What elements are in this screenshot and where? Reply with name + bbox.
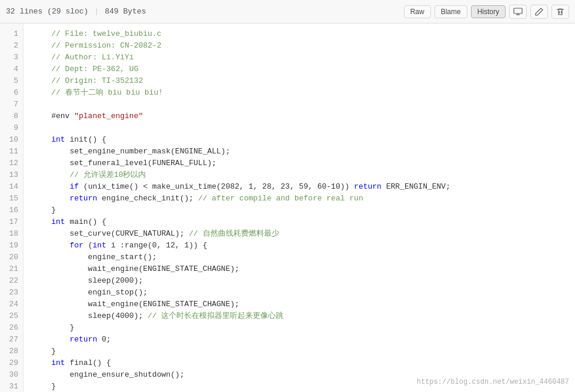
code-line: // Author: Li.YiYi (33, 52, 575, 63)
code-line: return engine_check_init(); // after com… (33, 193, 575, 205)
code-line: #env "planet_engine" (33, 110, 575, 122)
code-area: 1234567891011121314151617181920212223242… (0, 24, 575, 392)
line-number: 6 (0, 87, 23, 99)
edit-icon[interactable] (530, 5, 548, 19)
line-number: 28 (0, 346, 23, 357)
line-number: 8 (0, 110, 23, 122)
line-number: 25 (0, 310, 23, 322)
code-line: if (unix_time() < make_unix_time(2082, 1… (33, 181, 575, 193)
line-numbers: 1234567891011121314151617181920212223242… (0, 24, 24, 392)
code-line: // Dept: PE-362, UG (33, 63, 575, 75)
code-line: wait_engine(ENGINE_STATE_CHAGNE); (33, 299, 575, 310)
line-number: 17 (0, 216, 23, 228)
line-number: 19 (0, 240, 23, 252)
line-number: 21 (0, 263, 23, 275)
blame-button[interactable]: Blame (434, 5, 467, 18)
line-number: 20 (0, 252, 23, 263)
line-number: 29 (0, 357, 23, 369)
code-line: set_engine_number_mask(ENGINE_ALL); (33, 146, 575, 158)
code-line: return 0; (33, 334, 575, 346)
line-count: 32 lines (29 sloc) (6, 7, 88, 16)
line-number: 30 (0, 369, 23, 381)
code-line: set_curve(CURVE_NATURAL); // 自然曲线耗费燃料最少 (33, 228, 575, 240)
line-number: 26 (0, 322, 23, 334)
line-number: 4 (0, 63, 23, 75)
raw-button[interactable]: Raw (404, 5, 431, 18)
line-number: 18 (0, 228, 23, 240)
code-line: for (int i :range(0, 12, 1)) { (33, 240, 575, 252)
file-size: 849 Bytes (105, 7, 146, 16)
code-line: // 春节十二响 biu biu biu! (33, 87, 575, 99)
code-line: sleep(2000); (33, 275, 575, 287)
line-number: 24 (0, 299, 23, 310)
code-line (33, 99, 575, 110)
delete-icon[interactable] (551, 5, 569, 19)
separator: | (94, 7, 99, 16)
desktop-icon[interactable] (509, 5, 527, 19)
line-number: 7 (0, 99, 23, 110)
code-line: } (33, 205, 575, 216)
code-line: } (33, 322, 575, 334)
line-number: 11 (0, 146, 23, 158)
code-line: set_funeral_level(FUNERAL_FULL); (33, 158, 575, 169)
watermark: https://blog.csdn.net/weixin_4460487 (417, 378, 569, 386)
code-line: sleep(4000); // 这个时长在模拟器里听起来更像心跳 (33, 310, 575, 322)
code-line: // File: twelve_biubiu.c (33, 28, 575, 40)
line-number: 16 (0, 205, 23, 216)
svg-rect-0 (514, 8, 522, 14)
line-number: 12 (0, 158, 23, 169)
history-button[interactable]: History (471, 5, 506, 18)
line-number: 27 (0, 334, 23, 346)
line-number: 2 (0, 40, 23, 52)
line-number: 1 (0, 28, 23, 40)
code-line: } (33, 346, 575, 357)
code-line: engin_stop(); (33, 287, 575, 299)
code-line: int final() { (33, 357, 575, 369)
line-number: 5 (0, 75, 23, 87)
code-line (33, 122, 575, 134)
code-line: // Origin: TI-352132 (33, 75, 575, 87)
line-number: 23 (0, 287, 23, 299)
code-line: // 允许误差10秒以内 (33, 169, 575, 181)
toolbar-buttons: Raw Blame History (404, 5, 569, 19)
code-content: // File: twelve_biubiu.c // Permission: … (24, 24, 575, 392)
line-number: 13 (0, 169, 23, 181)
line-number: 10 (0, 134, 23, 146)
file-info: 32 lines (29 sloc) | 849 Bytes (6, 7, 146, 16)
code-line: engine_start(); (33, 252, 575, 263)
line-number: 15 (0, 193, 23, 205)
line-number: 31 (0, 381, 23, 392)
toolbar: 32 lines (29 sloc) | 849 Bytes Raw Blame… (0, 0, 575, 24)
line-number: 14 (0, 181, 23, 193)
code-line: int main() { (33, 216, 575, 228)
line-number: 22 (0, 275, 23, 287)
code-line: // Permission: CN-2082-2 (33, 40, 575, 52)
code-line: wait_engine(ENGINE_STATE_CHAGNE); (33, 263, 575, 275)
line-number: 9 (0, 122, 23, 134)
line-number: 3 (0, 52, 23, 63)
code-line: int init() { (33, 134, 575, 146)
